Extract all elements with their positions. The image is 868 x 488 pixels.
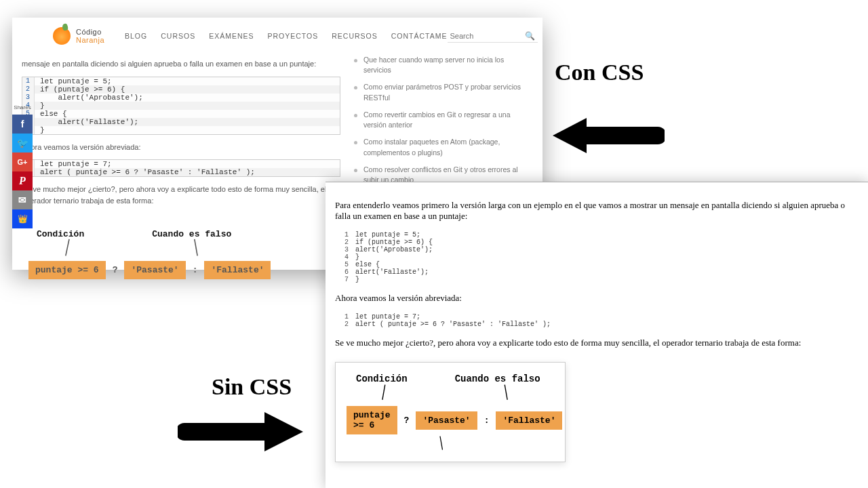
chip-condition: puntaje >= 6 <box>28 261 106 279</box>
colon: : <box>190 265 201 275</box>
nav-blog[interactable]: BLOG <box>125 32 147 40</box>
nav-cursos[interactable]: CURSOS <box>161 32 195 40</box>
arrow-down-icon: │ <box>500 384 512 407</box>
outro-text: Se ve mucho mejor ¿cierto?, pero ahora v… <box>22 184 340 206</box>
chip-condition: puntaje >= 6 <box>347 406 397 434</box>
arrow-left-icon <box>549 108 665 163</box>
share-email[interactable]: ✉ <box>12 190 33 209</box>
logo-text: Código Naranja <box>76 28 104 44</box>
article-body: mensaje en pantalla diciendo si alguien … <box>22 52 340 279</box>
orange-icon <box>53 27 71 45</box>
callout-con-css: Con CSS <box>555 60 644 85</box>
panel-without-css: Para entenderlo veamos primero la versió… <box>326 182 868 488</box>
plain-mid: Ahora veamos la versión abreviada: <box>335 293 859 304</box>
code-block-1: 1let puntaje = 5; 2if (puntaje >= 6) { 3… <box>22 77 340 135</box>
label-false: Cuando es falso <box>152 229 231 239</box>
search-box[interactable]: 🔍 <box>448 30 538 43</box>
arrow-down-icon: │ <box>377 384 389 407</box>
chip-true: 'Pasaste' <box>124 261 185 279</box>
arrow-right-icon <box>178 401 307 462</box>
qmark: ? <box>110 265 121 275</box>
list-item[interactable]: Como revertir cambios en Git o regresar … <box>354 106 533 134</box>
nav-proyectos[interactable]: PROYECTOS <box>268 32 319 40</box>
share-pinterest[interactable]: P <box>12 171 33 190</box>
label-condition: Condición <box>37 229 84 239</box>
chip-false: 'Fallaste' <box>204 261 271 279</box>
mid-text: Ahora veamos la versión abreviada: <box>22 142 340 153</box>
code-block-2: 1let puntaje = 7; 2alert ( puntaje >= 6 … <box>22 159 340 177</box>
arrow-down-icon: │ <box>191 239 203 262</box>
plain-intro: Para entenderlo veamos primero la versió… <box>335 200 859 222</box>
label-condition: Condición <box>356 373 408 384</box>
list-item[interactable]: Como enviar parámetros POST y probar ser… <box>354 79 533 106</box>
main-nav: BLOG CURSOS EXÁMENES PROYECTOS RECURSOS … <box>125 32 447 40</box>
share-facebook[interactable]: f <box>12 115 33 134</box>
chip-true: 'Pasaste' <box>416 411 477 430</box>
share-twitter[interactable]: 🐦 <box>12 134 33 152</box>
share-google[interactable]: G+ <box>12 152 33 171</box>
shares-label: Shares <box>12 104 33 115</box>
plain-ternary-diagram: Condición Cuando es falso │ │ puntaje >=… <box>335 362 566 462</box>
nav-contactame[interactable]: CONTÁCTAME <box>391 32 448 40</box>
list-item[interactable]: Que hacer cuando wamp server no inicia l… <box>354 52 533 79</box>
nav-recursos[interactable]: RECURSOS <box>332 32 378 40</box>
search-icon[interactable]: 🔍 <box>525 31 536 41</box>
colon: : <box>481 415 492 426</box>
intro-text: mensaje en pantalla diciendo si alguien … <box>22 58 340 70</box>
nav-examenes[interactable]: EXÁMENES <box>209 32 254 40</box>
share-sumo[interactable]: 👑 <box>12 209 33 228</box>
site-logo[interactable]: Código Naranja <box>53 27 104 45</box>
share-sidebar: Shares f 🐦 G+ P ✉ 👑 <box>12 104 33 228</box>
plain-code-1: 1let puntaje = 5; 2if (puntaje >= 6) { 3… <box>335 231 859 283</box>
plain-outro: Se ve mucho mejor ¿cierto?, pero ahora v… <box>335 338 859 348</box>
site-header: Código Naranja BLOG CURSOS EXÁMENES PROY… <box>12 18 542 52</box>
search-input[interactable] <box>450 32 525 40</box>
plain-code-2: 1let puntaje = 7; 2alert ( puntaje >= 6 … <box>335 313 859 328</box>
qmark: ? <box>401 415 412 426</box>
callout-sin-css: Sin CSS <box>212 374 292 400</box>
list-item[interactable]: Como instalar paquetes en Atom (package,… <box>354 134 533 161</box>
label-false: Cuando es falso <box>455 373 540 384</box>
ternary-diagram: Condición Cuando es falso │ │ puntaje >=… <box>22 218 340 279</box>
arrow-down-icon: │ <box>60 239 74 262</box>
